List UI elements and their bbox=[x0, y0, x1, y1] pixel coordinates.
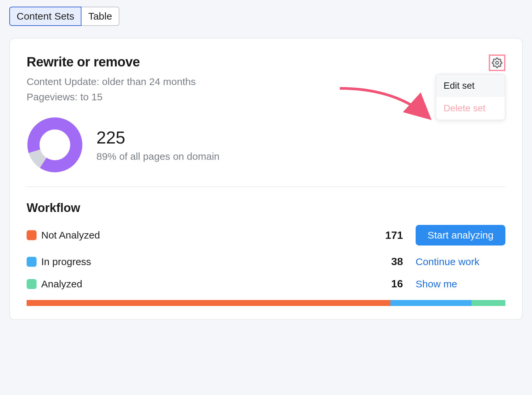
meta-pageviews: Pageviews: to 15 bbox=[27, 91, 489, 103]
content-set-card: Rewrite or remove Content Update: older … bbox=[9, 38, 523, 320]
workflow-progress-bar bbox=[27, 300, 505, 306]
view-tabs: Content Sets Table bbox=[9, 7, 523, 26]
status-swatch bbox=[27, 257, 37, 267]
continue-work-link[interactable]: Continue work bbox=[416, 256, 505, 267]
coverage-donut-chart bbox=[27, 117, 83, 173]
menu-edit-set[interactable]: Edit set bbox=[436, 74, 505, 97]
workflow-label: Analyzed bbox=[41, 278, 366, 290]
workflow-row: Not Analyzed171Start analyzing bbox=[27, 225, 505, 246]
meta-content-update: Content Update: older than 24 months bbox=[27, 76, 489, 87]
set-title: Rewrite or remove bbox=[27, 54, 489, 69]
status-swatch bbox=[27, 279, 37, 289]
workflow-count: 171 bbox=[366, 229, 403, 242]
workflow-row: In progress38Continue work bbox=[27, 255, 505, 268]
settings-button[interactable] bbox=[489, 54, 505, 71]
workflow-count: 38 bbox=[366, 255, 403, 268]
gear-icon bbox=[492, 57, 502, 68]
show-me-link[interactable]: Show me bbox=[416, 278, 505, 290]
progress-segment bbox=[390, 300, 471, 306]
svg-point-0 bbox=[496, 61, 499, 64]
page-percent-line: 89% of all pages on domain bbox=[96, 151, 219, 162]
workflow-row: Analyzed16Show me bbox=[27, 278, 505, 290]
progress-segment bbox=[27, 300, 390, 306]
menu-delete-set[interactable]: Delete set bbox=[436, 97, 505, 120]
workflow-title: Workflow bbox=[27, 201, 505, 215]
tab-table[interactable]: Table bbox=[81, 7, 119, 26]
tab-content-sets[interactable]: Content Sets bbox=[9, 7, 81, 26]
workflow-label: In progress bbox=[41, 256, 366, 267]
workflow-count: 16 bbox=[366, 278, 403, 290]
start-analyzing-button[interactable]: Start analyzing bbox=[416, 225, 505, 246]
divider bbox=[27, 186, 505, 187]
page-count: 225 bbox=[96, 128, 219, 148]
status-swatch bbox=[27, 230, 37, 240]
workflow-label: Not Analyzed bbox=[41, 230, 366, 241]
progress-segment bbox=[471, 300, 505, 306]
settings-dropdown: Edit set Delete set bbox=[436, 74, 505, 120]
